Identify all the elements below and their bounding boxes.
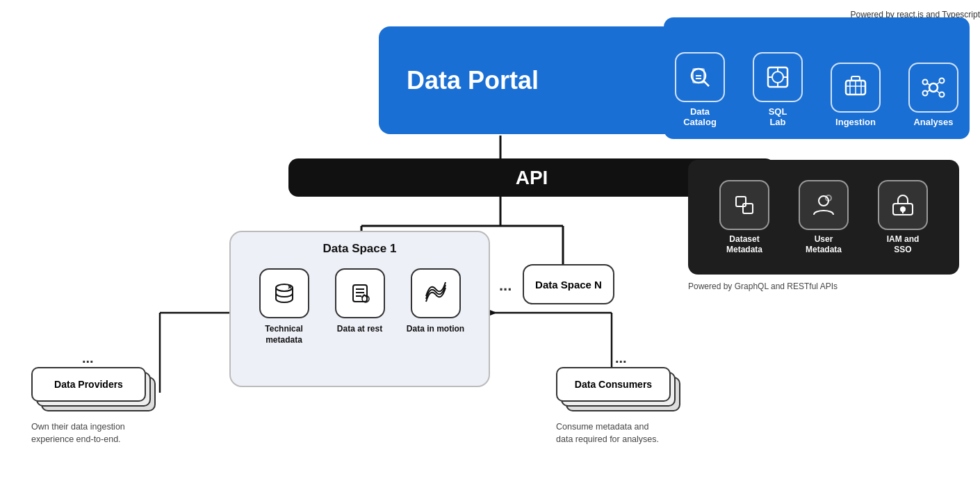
data-consumers-label: Data Consumers xyxy=(575,379,652,390)
analyses-label: Analyses xyxy=(913,117,953,128)
powered-by-graphql-label: Powered by GraphQL and RESTful APIs xyxy=(688,281,838,291)
data-portal-label: Data Portal xyxy=(379,66,539,95)
iam-sso-icon-box xyxy=(878,180,928,230)
user-metadata-icon-box xyxy=(799,180,849,230)
svg-point-34 xyxy=(940,92,945,97)
data-providers-description: Own their data ingestionexperience end-t… xyxy=(31,421,163,446)
tech-meta-label: Technicalmetadata xyxy=(265,324,302,345)
data-motion-icon xyxy=(422,279,450,307)
ingestion-label: Ingestion xyxy=(835,117,876,128)
tool-analyses: Analyses xyxy=(899,63,968,128)
svg-point-32 xyxy=(940,79,945,83)
user-icon xyxy=(810,191,838,219)
ds-item-technical-metadata: Technicalmetadata xyxy=(251,268,317,345)
tool-data-catalog: DataCatalog xyxy=(665,52,735,128)
svg-point-31 xyxy=(923,80,928,85)
iam-icon xyxy=(889,191,917,219)
providers-stack: Data Providers xyxy=(31,367,163,414)
svg-line-36 xyxy=(936,82,940,85)
data-providers-label: Data Providers xyxy=(54,379,123,390)
iam-sso-label: IAM andSSO xyxy=(887,234,920,254)
ellipsis-providers: ... xyxy=(82,350,94,366)
data-motion-icon-box xyxy=(411,268,461,318)
ingestion-icon-box xyxy=(831,63,881,113)
tool-user-metadata: UserMetadata xyxy=(789,180,858,254)
catalog-icon xyxy=(686,63,714,91)
tool-dataset-metadata: DatasetMetadata xyxy=(710,180,779,254)
svg-point-33 xyxy=(923,91,928,96)
data-space-1: Data Space 1 Technicalmetadata xyxy=(229,231,490,387)
svg-rect-29 xyxy=(851,76,860,81)
data-rest-icon xyxy=(346,279,374,307)
api-label: API xyxy=(516,167,548,189)
svg-line-38 xyxy=(936,90,940,93)
portal-tools-panel: DataCatalog SQLLab xyxy=(664,17,970,139)
analyses-icon xyxy=(920,74,947,101)
data-providers-group: Data Providers Own their data ingestione… xyxy=(31,367,163,446)
sql-icon xyxy=(764,63,792,91)
dataset-metadata-icon-box xyxy=(719,180,769,230)
ellipsis-between-spaces: ... xyxy=(499,277,512,295)
diagram-container: Powered by react.js and Typescript Data … xyxy=(0,0,980,490)
data-consumers-group: Data Consumers Consume metadata anddata … xyxy=(556,367,688,446)
ds-item-data-in-motion: Data in motion xyxy=(402,268,468,345)
data-catalog-label: DataCatalog xyxy=(683,106,717,128)
provider-box-front: Data Providers xyxy=(31,367,146,402)
data-rest-icon-box xyxy=(335,268,385,318)
tech-meta-icon-box xyxy=(259,268,309,318)
consumer-box-front: Data Consumers xyxy=(556,367,671,402)
analyses-icon-box xyxy=(908,63,958,113)
svg-point-19 xyxy=(772,72,783,83)
dataset-icon xyxy=(730,191,758,219)
ds-item-data-at-rest: Data at rest xyxy=(327,268,393,345)
svg-point-44 xyxy=(901,207,905,211)
dataset-metadata-label: DatasetMetadata xyxy=(726,234,762,254)
data-rest-label: Data at rest xyxy=(337,324,382,335)
ingestion-icon xyxy=(842,74,869,101)
svg-rect-40 xyxy=(743,204,753,213)
tool-sql-lab: SQLLab xyxy=(743,52,812,128)
tech-meta-icon xyxy=(270,279,298,307)
data-space-1-title: Data Space 1 xyxy=(323,242,397,256)
sql-lab-icon-box xyxy=(753,52,803,102)
tool-ingestion: Ingestion xyxy=(821,63,890,128)
data-space-1-items: Technicalmetadata Data at rest xyxy=(251,268,468,345)
user-metadata-label: UserMetadata xyxy=(806,234,842,254)
sql-lab-label: SQLLab xyxy=(769,106,787,128)
consumers-stack: Data Consumers xyxy=(556,367,688,414)
data-catalog-icon-box xyxy=(675,52,725,102)
data-space-n: Data Space N xyxy=(523,264,614,304)
tool-iam-sso: IAM andSSO xyxy=(868,180,938,254)
data-motion-label: Data in motion xyxy=(407,324,464,335)
svg-rect-39 xyxy=(736,197,746,206)
api-tools-panel: DatasetMetadata UserMetadata xyxy=(688,160,959,275)
ellipsis-consumers: ... xyxy=(615,350,627,366)
data-consumers-description: Consume metadata anddata required for an… xyxy=(556,421,688,446)
